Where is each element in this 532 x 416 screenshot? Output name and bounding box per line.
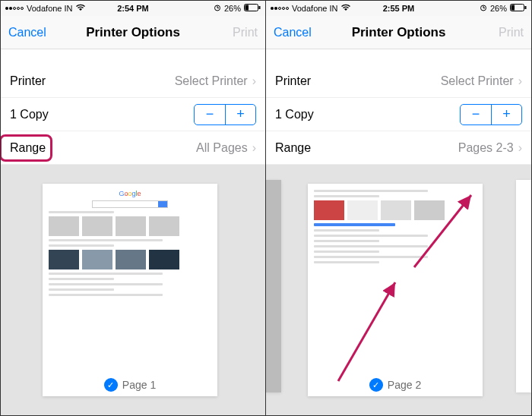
printer-label: Printer: [275, 74, 311, 88]
page-caption: Page 2: [388, 379, 421, 391]
battery-label: 26%: [224, 4, 241, 13]
copies-stepper: − +: [194, 104, 256, 125]
copies-label: 1 Copy: [275, 108, 314, 121]
prev-page-edge[interactable]: [266, 180, 281, 392]
screen-right: Vodafone IN 2:55 PM 26% Cancel Printer O…: [266, 1, 531, 415]
navigation-bar: Cancel Printer Options Print: [266, 16, 531, 49]
chevron-right-icon: ›: [518, 141, 522, 155]
print-button[interactable]: Print: [499, 26, 524, 39]
print-button[interactable]: Print: [233, 26, 258, 39]
carrier-label: Vodafone IN: [292, 4, 338, 13]
svg-rect-7: [525, 6, 527, 9]
wifi-icon: [76, 4, 85, 13]
cancel-button[interactable]: Cancel: [274, 26, 312, 39]
printer-row[interactable]: Printer Select Printer ›: [266, 65, 531, 98]
next-page-edge[interactable]: [516, 180, 531, 392]
page-thumbnail[interactable]: Google ✓ Page 1: [43, 184, 217, 396]
decrement-button[interactable]: −: [195, 105, 225, 124]
copies-row: 1 Copy − +: [1, 98, 265, 131]
svg-rect-2: [245, 5, 249, 11]
screen-left: Vodafone IN 2:54 PM 26% Cancel Printer O…: [1, 1, 266, 415]
wifi-icon: [341, 4, 350, 13]
preview-area[interactable]: Google ✓ Page 1: [1, 165, 265, 415]
preview-area[interactable]: ✓ Page 2: [266, 165, 531, 415]
cancel-button[interactable]: Cancel: [8, 26, 46, 39]
annotation-highlight: [1, 134, 52, 162]
increment-button[interactable]: +: [491, 105, 521, 124]
copies-stepper: − +: [460, 104, 522, 125]
carrier-label: Vodafone IN: [27, 4, 73, 13]
battery-icon: [244, 4, 261, 13]
range-row[interactable]: Range Pages 2-3 ›: [266, 131, 531, 165]
signal-dots-icon: [5, 7, 24, 10]
decrement-button[interactable]: −: [461, 105, 491, 124]
increment-button[interactable]: +: [225, 105, 255, 124]
svg-rect-3: [259, 6, 261, 9]
chevron-right-icon: ›: [252, 141, 256, 155]
chevron-right-icon: ›: [252, 74, 256, 88]
range-value: Pages 2-3: [458, 141, 514, 155]
navigation-bar: Cancel Printer Options Print: [1, 16, 265, 49]
copies-label: 1 Copy: [10, 108, 49, 121]
status-bar: Vodafone IN 2:54 PM 26%: [1, 1, 265, 16]
checkmark-icon: ✓: [369, 378, 383, 392]
alarm-icon: [480, 4, 487, 13]
status-bar: Vodafone IN 2:55 PM 26%: [266, 1, 531, 16]
alarm-icon: [214, 4, 221, 13]
chevron-right-icon: ›: [518, 74, 522, 88]
page-thumbnail[interactable]: ✓ Page 2: [308, 184, 483, 396]
printer-value: Select Printer: [441, 74, 514, 88]
printer-value: Select Printer: [175, 74, 248, 88]
checkmark-icon: ✓: [104, 378, 118, 392]
battery-label: 26%: [490, 4, 507, 13]
battery-icon: [510, 4, 527, 13]
range-row[interactable]: Range All Pages ›: [1, 131, 265, 165]
copies-row: 1 Copy − +: [266, 98, 531, 131]
printer-row[interactable]: Printer Select Printer ›: [1, 65, 265, 98]
printer-label: Printer: [10, 74, 46, 88]
signal-dots-icon: [271, 7, 289, 10]
svg-rect-6: [511, 5, 515, 11]
range-label: Range: [275, 141, 311, 155]
range-value: All Pages: [196, 141, 248, 155]
page-caption: Page 1: [122, 379, 156, 391]
